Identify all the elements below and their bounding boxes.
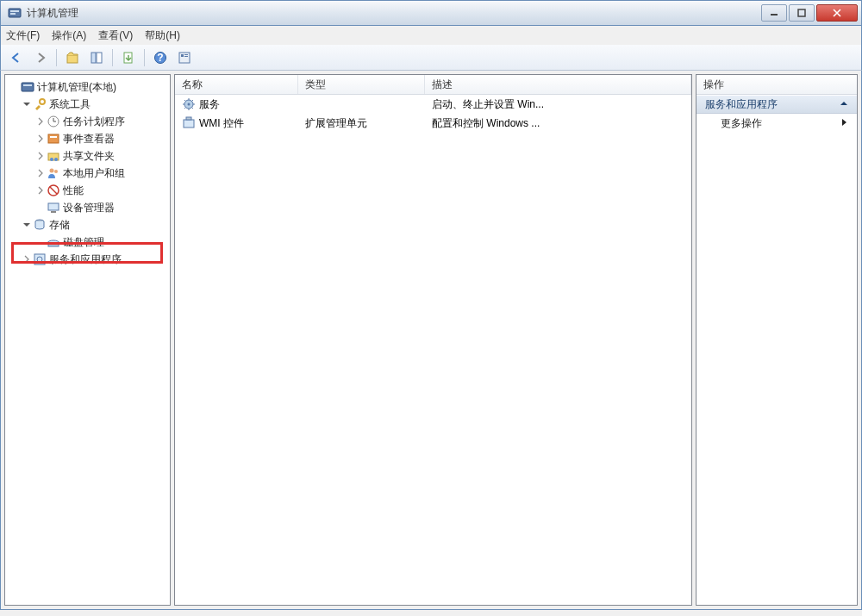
export-button[interactable] (118, 47, 139, 68)
svg-rect-18 (48, 134, 59, 143)
svg-point-21 (50, 158, 53, 161)
cell-name: 服务 (199, 97, 220, 112)
svg-rect-31 (34, 254, 45, 264)
svg-rect-15 (23, 84, 32, 86)
toolbar-separator (56, 49, 57, 66)
tree-label: 设备管理器 (63, 201, 115, 215)
menu-help[interactable]: 帮助(H) (145, 28, 180, 43)
tree-local-users[interactable]: 本地用户和组 (7, 165, 168, 182)
svg-text:?: ? (157, 52, 163, 64)
back-button[interactable] (6, 47, 27, 68)
expander-open-icon[interactable] (21, 219, 33, 231)
main-area: 计算机管理(本地) 系统工具 任务计划程序 (0, 71, 862, 610)
tree-disk-management[interactable]: 磁盘管理 (7, 233, 168, 251)
tree-label: 存储 (49, 218, 70, 233)
column-desc[interactable]: 描述 (425, 75, 691, 94)
svg-rect-27 (51, 211, 56, 213)
performance-icon (47, 184, 60, 197)
maximize-button[interactable] (789, 4, 815, 22)
svg-rect-36 (186, 117, 191, 120)
tree-label: 任务计划程序 (63, 115, 125, 129)
tree-label: 系统工具 (49, 97, 91, 112)
users-icon (47, 166, 60, 180)
tree-services-apps[interactable]: 服务和应用程序 (7, 251, 168, 268)
svg-rect-2 (10, 13, 16, 15)
svg-rect-5 (91, 53, 96, 63)
list-row-wmi[interactable]: WMI 控件 扩展管理单元 配置和控制 Windows ... (175, 114, 691, 133)
tree-performance[interactable]: 性能 (7, 182, 168, 199)
tree-label: 本地用户和组 (63, 166, 125, 181)
tree-system-tools[interactable]: 系统工具 (7, 96, 168, 113)
actions-more-link[interactable]: 更多操作 (696, 114, 857, 133)
svg-rect-10 (179, 53, 190, 63)
services-apps-icon (33, 252, 47, 266)
svg-rect-6 (97, 53, 102, 63)
forward-button[interactable] (30, 47, 51, 68)
tree-task-scheduler[interactable]: 任务计划程序 (7, 113, 168, 130)
expander-closed-icon[interactable] (34, 150, 47, 162)
app-icon (8, 6, 22, 20)
cell-type: 扩展管理单元 (298, 116, 425, 131)
cell-desc: 配置和控制 Windows ... (425, 116, 691, 131)
actions-more-label: 更多操作 (721, 116, 762, 131)
tree-label: 磁盘管理 (63, 235, 104, 250)
menu-action[interactable]: 操作(A) (52, 28, 86, 43)
expander-open-icon[interactable] (21, 98, 33, 110)
services-gear-icon (182, 97, 196, 111)
close-button[interactable] (816, 4, 858, 22)
actions-pane: 操作 服务和应用程序 更多操作 (696, 74, 858, 606)
svg-rect-1 (10, 10, 19, 12)
tree-device-manager[interactable]: 设备管理器 (7, 199, 168, 216)
submenu-arrow-icon (841, 117, 848, 129)
actions-header: 操作 (696, 75, 857, 95)
tree-shared-folders[interactable]: 共享文件夹 (7, 147, 168, 165)
properties-button[interactable] (174, 47, 195, 68)
menu-bar: 文件(F) 操作(A) 查看(V) 帮助(H) (0, 26, 862, 45)
shared-folder-icon (47, 149, 60, 163)
expander-icon[interactable] (9, 81, 21, 93)
tree-label: 性能 (63, 184, 84, 198)
svg-point-16 (40, 99, 45, 104)
column-type[interactable]: 类型 (298, 75, 425, 94)
disk-icon (47, 235, 60, 249)
tree-label: 事件查看器 (63, 132, 115, 146)
tools-icon (33, 97, 47, 111)
event-icon (47, 132, 60, 146)
svg-rect-4 (67, 55, 78, 63)
svg-point-24 (54, 170, 58, 173)
actions-section-title[interactable]: 服务和应用程序 (696, 95, 857, 114)
expander-blank (34, 202, 47, 214)
list-header: 名称 类型 描述 (175, 75, 691, 95)
svg-rect-3 (798, 9, 805, 16)
svg-point-22 (54, 158, 58, 161)
svg-point-34 (188, 103, 191, 106)
collapse-up-icon[interactable] (840, 98, 848, 110)
title-bar: 计算机管理 (0, 0, 862, 26)
cell-desc: 启动、终止并设置 Win... (425, 97, 691, 112)
expander-closed-icon[interactable] (34, 115, 47, 128)
tree-storage[interactable]: 存储 (7, 216, 168, 233)
svg-rect-12 (184, 54, 188, 55)
expander-closed-icon[interactable] (34, 167, 47, 179)
svg-point-23 (50, 169, 54, 173)
svg-rect-13 (184, 56, 188, 57)
tree-root[interactable]: 计算机管理(本地) (7, 78, 168, 96)
tree-event-viewer[interactable]: 事件查看器 (7, 130, 168, 147)
column-name[interactable]: 名称 (175, 75, 298, 94)
svg-point-30 (48, 240, 59, 244)
menu-view[interactable]: 查看(V) (98, 28, 133, 43)
up-button[interactable] (62, 47, 83, 68)
show-tree-button[interactable] (86, 47, 107, 68)
menu-file[interactable]: 文件(F) (6, 28, 40, 43)
device-icon (47, 201, 60, 215)
minimize-button[interactable] (761, 4, 787, 22)
list-pane: 名称 类型 描述 服务 启动、终止并设置 Win... (174, 74, 692, 606)
computer-icon (21, 80, 34, 94)
expander-closed-icon[interactable] (21, 253, 33, 265)
expander-closed-icon[interactable] (34, 184, 47, 196)
svg-rect-11 (181, 54, 184, 57)
help-button[interactable]: ? (150, 47, 171, 68)
list-row-services[interactable]: 服务 启动、终止并设置 Win... (175, 95, 691, 114)
expander-closed-icon[interactable] (34, 133, 47, 145)
toolbar: ? (0, 45, 862, 71)
